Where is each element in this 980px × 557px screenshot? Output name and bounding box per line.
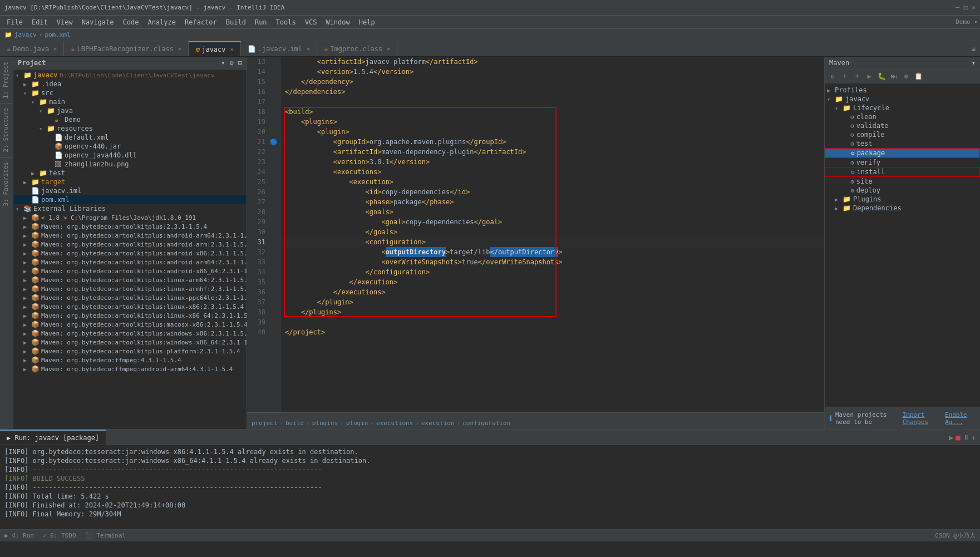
tree-lib-9[interactable]: ▶ 📦 Maven: org.bytedeco:artoolkitplus:li… [13,293,247,302]
menu-refactor[interactable]: Refactor [180,17,221,27]
tab-imgproc[interactable]: ☕ Imgproc.class ✕ [317,41,397,56]
tree-lib-2[interactable]: ▶ 📦 Maven: org.bytedeco:artoolkitplus:an… [13,231,247,240]
tree-jdk[interactable]: ▶ 📦 < 1.8 > C:\Program Files\Java\jdk1.8… [13,213,247,222]
menu-navigate[interactable]: Navigate [77,17,119,27]
tree-demo[interactable]: ☕ Demo [13,115,247,124]
code-line-24[interactable]: <executions> [280,167,824,177]
close-iml[interactable]: ✕ [307,46,310,52]
tree-lib-8[interactable]: ▶ 📦 Maven: org.bytedeco:artoolkitplus:li… [13,284,247,293]
tree-default-xml[interactable]: 📄 default.xml [13,133,247,142]
pom-label[interactable]: pom.xml [45,31,70,38]
sidebar-settings[interactable]: ⊟ [238,59,242,67]
project-label[interactable]: javacv [14,31,37,38]
menu-help[interactable]: Help [354,17,380,27]
breadcrumb-plugin[interactable]: plugin [346,420,368,427]
code-line-34[interactable]: </configuration> [280,267,824,277]
menu-edit[interactable]: Edit [27,17,52,27]
menu-tools[interactable]: Tools [272,17,301,27]
tree-lib-17[interactable]: ▶ 📦 Maven: org.bytedeco:ffmpeg:android-a… [13,364,247,373]
code-line-20[interactable]: <plugin> [280,127,824,137]
import-changes-link[interactable]: Import Changes [903,411,938,426]
run-scroll[interactable]: ↓ [972,433,976,441]
tree-target[interactable]: ▶ 📁 target [13,178,247,186]
maven-skip[interactable]: ⏭ [888,71,899,82]
menu-build[interactable]: Build [221,17,250,27]
close-javacv[interactable]: ✕ [230,46,234,52]
tree-test[interactable]: ▶ 📁 test [13,169,247,178]
code-line-30[interactable]: </goals> [280,227,824,237]
tab-project[interactable]: 1: Project [0,57,13,103]
code-line-23[interactable]: <version>3.0.1</version> [280,157,824,167]
run-restart[interactable]: ▶ [949,433,953,442]
close-lbph[interactable]: ✕ [178,46,181,52]
code-line-32[interactable]: <outputDirectory>target/lib</outputDirec… [280,247,824,257]
tree-pom[interactable]: 📄 pom.xml [13,195,247,204]
tab-lbph[interactable]: ☕ LBPHFaceRecognizer.class ✕ [64,41,189,56]
maven-debug[interactable]: 🐛 [876,71,887,82]
code-line-37[interactable]: </plugin> [280,297,824,307]
window-restore[interactable]: □ [964,4,968,11]
code-line-17[interactable] [280,97,824,107]
code-line-14[interactable]: <version>1.5.4</version> [280,67,824,77]
maven-download[interactable]: ⬇ [839,71,850,82]
code-line-22[interactable]: <artifactId>maven-dependency-plugin</art… [280,147,824,157]
code-line-31[interactable]: <configuration> [280,237,824,247]
tree-lib-16[interactable]: ▶ 📦 Maven: org.bytedeco:ffmpeg:4.3.1-1.5… [13,356,247,364]
breadcrumb-project[interactable]: project [252,420,277,427]
maven-install[interactable]: ⚙ install [825,167,980,177]
code-line-39[interactable] [280,317,824,327]
maven-test[interactable]: ⚙ test [825,139,980,148]
maven-site[interactable]: ⚙ site [825,177,980,186]
menu-view[interactable]: View [52,17,77,27]
code-line-40[interactable]: </project> [280,327,824,337]
window-minimize[interactable]: ─ [956,4,959,11]
maven-clean[interactable]: ⚙ clean [825,112,980,121]
tree-lib-15[interactable]: ▶ 📦 Maven: org.bytedeco:artoolkitplus-pl… [13,347,247,356]
code-line-15[interactable]: </dependency> [280,77,824,87]
code-line-25[interactable]: <execution> [280,177,824,187]
code-line-27[interactable]: <phase>package</phase> [280,197,824,207]
maven-package[interactable]: ⚙ package [825,148,980,158]
maven-plugins-section[interactable]: ▶ 📁 Plugins [825,195,980,204]
maven-settings[interactable]: ⚙ [900,71,912,82]
maven-refresh[interactable]: ↻ [827,71,838,82]
tree-lib-10[interactable]: ▶ 📦 Maven: org.bytedeco:artoolkitplus:li… [13,302,247,311]
code-line-36[interactable]: </executions> [280,287,824,297]
status-todo-tab[interactable]: ✓ 6: TODO [43,532,76,539]
maven-expand[interactable]: ▾ [972,59,976,67]
tree-lib-1[interactable]: ▶ 📦 Maven: org.bytedeco:artoolkitplus:2.… [13,222,247,231]
status-run-tab[interactable]: ▶ 4: Run [4,532,34,539]
close-imgproc[interactable]: ✕ [387,46,390,52]
code-line-29[interactable]: <goal>copy-dependencies</goal> [280,217,824,227]
tab-demo-java[interactable]: ☕ Demo.java ✕ [0,41,64,56]
tree-src[interactable]: ▾ 📁 src [13,88,247,97]
maven-deploy[interactable]: ⚙ deploy [825,186,980,195]
breadcrumb-executions[interactable]: executions [376,420,413,427]
code-line-28[interactable]: <goals> [280,207,824,217]
code-line-38[interactable]: </plugins> [280,307,824,317]
code-line-35[interactable]: </execution> [280,277,824,287]
tree-lib-7[interactable]: ▶ 📦 Maven: org.bytedeco:artoolkitplus:li… [13,275,247,284]
tree-lib-11[interactable]: ▶ 📦 Maven: org.bytedeco:artoolkitplus:li… [13,311,247,320]
tree-lib-13[interactable]: ▶ 📦 Maven: org.bytedeco:artoolkitplus:wi… [13,329,247,338]
sidebar-gear[interactable]: ⚙ [230,59,234,67]
tree-java[interactable]: ▾ 📁 java [13,106,247,115]
window-close[interactable]: ✕ [972,4,976,11]
tree-main[interactable]: ▾ 📁 main [13,97,247,106]
breadcrumb-plugins[interactable]: plugins [312,420,338,427]
code-line-19[interactable]: <plugins> [280,117,824,127]
menu-vcs[interactable]: VCS [301,17,322,27]
maven-run[interactable]: ▶ [864,71,875,82]
code-content[interactable]: <artifactId>javacv-platform</artifactId>… [280,57,824,412]
breadcrumb-configuration[interactable]: configuration [462,420,510,427]
maven-add[interactable]: + [851,71,863,82]
menu-window[interactable]: Window [321,17,354,27]
close-demo-java[interactable]: ✕ [53,46,57,52]
tab-favorites[interactable]: 3: Favorites [0,157,13,210]
tree-resources[interactable]: ▾ 📁 resources [13,124,247,133]
tree-opencv-jar[interactable]: 📦 opencv-440.jar [13,142,247,151]
menu-code[interactable]: Code [119,17,144,27]
code-line-16[interactable]: </dependencies> [280,87,824,97]
tree-lib-3[interactable]: ▶ 📦 Maven: org.bytedeco:artoolkitplus:an… [13,240,247,249]
run-pause[interactable]: ⏸ [963,433,969,441]
